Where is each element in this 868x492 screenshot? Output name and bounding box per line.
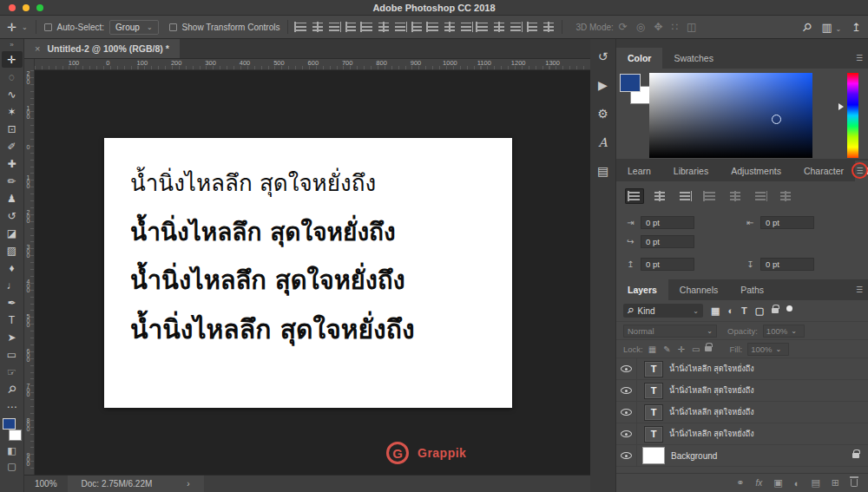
tab-channels[interactable]: Channels [668,279,729,300]
pen-tool[interactable]: ✒ [2,294,23,311]
tool-presets-panel-icon[interactable]: ⚙ [597,107,608,121]
visibility-toggle[interactable] [616,358,637,379]
foreground-color-swatch[interactable] [620,74,641,92]
document-tab[interactable]: × Untitled-2 @ 100% (RGB/8) * [24,39,180,58]
history-panel-icon[interactable]: ↺ [598,49,608,63]
search-icon[interactable]: ⚲ [799,19,814,34]
visibility-toggle[interactable] [616,380,637,401]
separator[interactable] [345,23,356,31]
workspace-switcher-icon[interactable]: ▥ ⌄ [821,21,841,34]
new-layer-icon[interactable]: ⊞ [832,477,839,489]
indent-right-input[interactable]: 0 pt [760,216,814,229]
quick-selection-tool[interactable]: ✶ [2,103,23,120]
space-before-input[interactable]: 0 pt [641,258,694,271]
delete-layer-icon[interactable] [851,479,858,487]
3d-orbit-icon[interactable]: ⟳ [619,21,628,33]
align-center-button[interactable] [650,188,669,204]
auto-select-checkbox[interactable] [44,23,52,31]
text-layer-row[interactable]: T น้ำนิ่งไหลลึก สุดใจหยั่งถึง [616,380,868,402]
blend-mode-dropdown[interactable]: Normal ⌄ [623,325,717,338]
opacity-input[interactable]: 100% ⌄ [763,325,805,338]
close-tab-icon[interactable]: × [35,43,40,54]
path-selection-tool[interactable]: ➤ [2,329,23,345]
lock-all-icon[interactable] [705,346,712,351]
distribute-horizontal-centers-icon[interactable] [494,23,504,31]
color-picker-marker[interactable] [772,115,781,124]
saturation-brightness-field[interactable] [649,73,812,158]
lock-image-icon[interactable]: ✎ [663,344,670,354]
lasso-tool[interactable]: ∿ [2,86,23,102]
panel-menu-icon[interactable]: ☰ [856,167,863,175]
space-after-input[interactable]: 0 pt [760,258,814,271]
type-layer-thumbnail[interactable]: T [644,361,663,377]
type-layer-thumbnail[interactable]: T [644,426,663,443]
tab-layers[interactable]: Layers [616,279,668,300]
hue-slider[interactable] [847,73,858,158]
tab-adjustments[interactable]: Adjustments [720,161,792,181]
tab-libraries[interactable]: Libraries [662,161,720,181]
glyphs-panel-icon[interactable]: A [598,135,607,149]
clone-stamp-tool[interactable]: ♟ [2,190,23,207]
text-layer-row[interactable]: T น้ำนิ่งไหลลึก สุดใจหยั่งถึง [616,423,868,445]
eraser-tool[interactable]: ◪ [2,225,23,241]
align-vertical-centers-icon[interactable] [312,23,323,31]
type-layer-thumbnail[interactable]: T [644,404,663,421]
background-layer-row[interactable]: Background [616,445,868,467]
3d-roll-icon[interactable]: ◎ [636,21,645,33]
tab-swatches[interactable]: Swatches [662,48,725,69]
canvas[interactable]: น้ำนิ่งไหลลึก สุดใจหยั่งถึงน้ำนิ่งไหลลึก… [35,70,590,475]
auto-select-target-dropdown[interactable]: Group ⌄ [109,20,159,35]
foreground-background-swatches[interactable] [2,418,23,441]
show-transform-checkbox[interactable] [169,23,177,31]
background-color-swatch[interactable] [9,430,22,441]
lock-position-icon[interactable]: ✛ [678,344,685,354]
paragraph-styles-panel-icon[interactable]: ▤ [597,164,608,178]
visibility-toggle[interactable] [616,445,637,466]
justify-last-right-button[interactable] [751,188,770,204]
visibility-toggle[interactable] [616,423,637,444]
filter-pixel-layers-icon[interactable]: ▦ [711,305,720,317]
share-icon[interactable]: ↥ [852,21,861,34]
brush-tool[interactable]: ✏ [2,173,23,189]
distribute-bottom-edges-icon[interactable] [461,23,471,31]
3d-slide-icon[interactable]: ∷ [671,21,678,33]
new-group-icon[interactable]: ▤ [811,477,819,489]
type-layer-thumbnail[interactable]: T [644,383,663,399]
collapse-toolbar-icon[interactable]: » [10,41,13,49]
adjustment-layer-icon[interactable]: ◐ [794,478,800,489]
type-tool[interactable]: T [2,312,23,328]
screen-mode-icon[interactable]: ▢ [7,461,16,472]
filter-type-layers-icon[interactable]: T [741,305,747,316]
marquee-tool[interactable]: ◌ [2,69,23,85]
zoom-level-field[interactable]: 100% [24,479,68,489]
text-layer-row[interactable]: T น้ำนิ่งไหลลึก สุดใจหยั่งถึง [616,358,868,380]
healing-brush-tool[interactable]: ✚ [2,155,23,172]
fill-input[interactable]: 100% ⌄ [747,343,789,356]
actions-panel-icon[interactable]: ▶ [598,78,608,92]
layer-mask-icon[interactable]: ▣ [773,477,782,489]
align-right-button[interactable] [675,188,694,204]
text-layer-row[interactable]: T น้ำนิ่งไหลลึก สุดใจหยั่งถึง [616,402,868,423]
justify-last-center-button[interactable] [726,188,745,204]
filter-toggle-icon[interactable] [786,305,792,312]
justify-last-left-button[interactable] [700,188,720,204]
filter-shape-layers-icon[interactable]: ▢ [755,305,764,317]
status-chevron-icon[interactable]: › [187,479,189,489]
tab-color[interactable]: Color [616,48,662,69]
eyedropper-tool[interactable]: ✐ [2,138,23,154]
distribute-vertical-centers-icon[interactable] [444,23,455,31]
hue-slider-pointer[interactable] [838,103,844,110]
tab-learn[interactable]: Learn [616,161,662,181]
move-tool[interactable]: ✛ [2,51,23,68]
lock-artboard-icon[interactable]: ▭ [692,344,700,354]
separator[interactable] [411,23,422,31]
blur-tool[interactable]: ♦ [2,259,23,276]
distribute-left-edges-icon[interactable] [477,23,488,31]
first-line-indent-input[interactable]: 0 pt [641,235,694,248]
visibility-toggle[interactable] [616,402,637,423]
foreground-color-swatch[interactable] [3,418,16,430]
separator[interactable] [527,23,537,31]
lock-transparency-icon[interactable]: ▦ [648,344,656,354]
background-layer-thumbnail[interactable] [642,447,665,464]
link-layers-icon[interactable]: ⚭ [736,477,744,489]
